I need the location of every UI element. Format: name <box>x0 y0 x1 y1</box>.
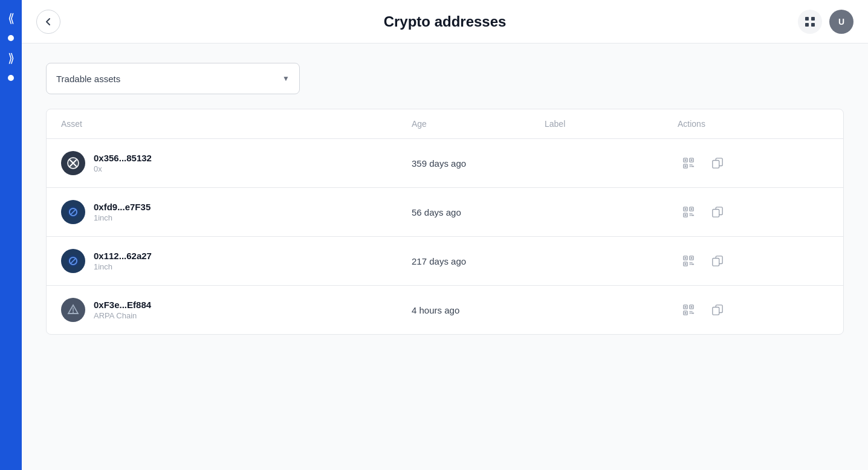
svg-rect-61 <box>713 307 719 315</box>
svg-rect-16 <box>690 166 691 167</box>
svg-rect-13 <box>685 166 687 167</box>
actions-2 <box>678 201 829 223</box>
svg-rect-24 <box>685 208 687 210</box>
asset-cell-4: 0xF3e...Ef884 ARPA Chain <box>61 298 412 322</box>
sidebar-bracket-top: ⟪ <box>8 11 15 25</box>
svg-rect-3 <box>811 23 815 27</box>
column-label: Label <box>545 119 678 129</box>
svg-point-49 <box>73 312 74 313</box>
address-1: 0x356...85132 <box>94 153 152 163</box>
actions-3 <box>678 250 829 272</box>
svg-rect-0 <box>805 17 809 21</box>
chain-1: 0x <box>94 164 152 173</box>
svg-rect-40 <box>690 262 691 263</box>
copy-button-4[interactable] <box>707 299 728 321</box>
copy-button-1[interactable] <box>707 152 728 174</box>
svg-rect-41 <box>691 262 693 263</box>
svg-rect-39 <box>685 263 687 265</box>
svg-rect-11 <box>685 159 687 161</box>
copy-button-2[interactable] <box>707 201 728 223</box>
asset-icon-4 <box>61 298 85 322</box>
column-asset: Asset <box>61 119 412 129</box>
address-4: 0xF3e...Ef884 <box>94 300 151 310</box>
asset-info-3: 0x112...62a27 1inch <box>94 251 152 271</box>
asset-cell-2: 0xfd9...e7F35 1inch <box>61 200 412 224</box>
sidebar-dot-2 <box>8 75 14 81</box>
svg-rect-43 <box>691 264 695 265</box>
table-header: Asset Age Label Actions <box>47 109 843 139</box>
header: Crypto addresses U <box>22 0 868 43</box>
addresses-table: Asset Age Label Actions 0x356...85132 <box>46 109 844 335</box>
svg-rect-1 <box>811 17 815 21</box>
svg-rect-59 <box>691 313 695 314</box>
asset-filter-dropdown[interactable]: Tradable assets ▼ <box>46 63 300 94</box>
svg-rect-55 <box>685 312 687 314</box>
asset-icon-1 <box>61 151 85 175</box>
asset-info-4: 0xF3e...Ef884 ARPA Chain <box>94 300 151 320</box>
table-row: 0xF3e...Ef884 ARPA Chain 4 hours ago <box>47 286 843 334</box>
svg-rect-27 <box>690 213 691 214</box>
svg-rect-58 <box>690 313 691 314</box>
chain-4: ARPA Chain <box>94 311 151 320</box>
svg-rect-15 <box>691 164 693 166</box>
chain-2: 1inch <box>94 213 151 222</box>
filter-dropdown-container: Tradable assets ▼ <box>46 63 844 94</box>
column-age: Age <box>412 119 545 129</box>
svg-rect-56 <box>690 311 691 312</box>
dropdown-arrow-icon: ▼ <box>282 74 290 83</box>
dropdown-label: Tradable assets <box>56 74 120 84</box>
asset-cell-1: 0x356...85132 0x <box>61 151 412 175</box>
svg-rect-29 <box>690 215 691 216</box>
back-button[interactable] <box>36 10 60 34</box>
actions-4 <box>678 299 829 321</box>
chain-3: 1inch <box>94 262 152 271</box>
main-content: Tradable assets ▼ Asset Age Label Action… <box>22 43 868 470</box>
svg-rect-30 <box>691 215 695 216</box>
column-actions: Actions <box>678 119 829 129</box>
svg-rect-19 <box>713 160 719 168</box>
address-3: 0x112...62a27 <box>94 251 152 261</box>
svg-rect-26 <box>685 214 687 216</box>
svg-rect-12 <box>691 159 693 161</box>
age-4: 4 hours ago <box>412 305 545 315</box>
header-actions: U <box>798 10 853 34</box>
qr-code-button-3[interactable] <box>678 250 699 272</box>
asset-cell-3: 0x112...62a27 1inch <box>61 249 412 273</box>
svg-rect-2 <box>805 23 809 27</box>
svg-rect-38 <box>691 257 693 259</box>
user-avatar[interactable]: U <box>829 10 853 34</box>
table-row: 0x112...62a27 1inch 217 days ago <box>47 237 843 286</box>
actions-1 <box>678 152 829 174</box>
age-1: 359 days ago <box>412 158 545 169</box>
qr-code-button-2[interactable] <box>678 201 699 223</box>
svg-rect-42 <box>690 264 691 265</box>
svg-rect-32 <box>713 209 719 217</box>
qr-code-button-4[interactable] <box>678 299 699 321</box>
age-3: 217 days ago <box>412 256 545 266</box>
asset-info-2: 0xfd9...e7F35 1inch <box>94 202 151 222</box>
sidebar: ⟪ ⟫ <box>0 0 22 470</box>
svg-rect-57 <box>691 311 693 312</box>
svg-rect-54 <box>691 306 693 308</box>
grid-icon-button[interactable] <box>798 10 822 34</box>
asset-icon-2 <box>61 200 85 224</box>
copy-button-3[interactable] <box>707 250 728 272</box>
table-row: 0x356...85132 0x 359 days ago <box>47 139 843 188</box>
qr-code-button-1[interactable] <box>678 152 699 174</box>
svg-rect-45 <box>713 258 719 266</box>
asset-info-1: 0x356...85132 0x <box>94 153 152 173</box>
svg-rect-14 <box>690 164 691 166</box>
address-2: 0xfd9...e7F35 <box>94 202 151 212</box>
sidebar-dot-1 <box>8 35 14 41</box>
page-title: Crypto addresses <box>384 13 507 30</box>
asset-icon-3 <box>61 249 85 273</box>
svg-rect-17 <box>691 166 695 167</box>
svg-rect-37 <box>685 257 687 259</box>
svg-rect-28 <box>691 213 693 214</box>
svg-rect-53 <box>685 306 687 308</box>
sidebar-bracket-mid: ⟫ <box>8 51 15 65</box>
age-2: 56 days ago <box>412 207 545 217</box>
svg-rect-25 <box>691 208 693 210</box>
table-row: 0xfd9...e7F35 1inch 56 days ago <box>47 188 843 237</box>
